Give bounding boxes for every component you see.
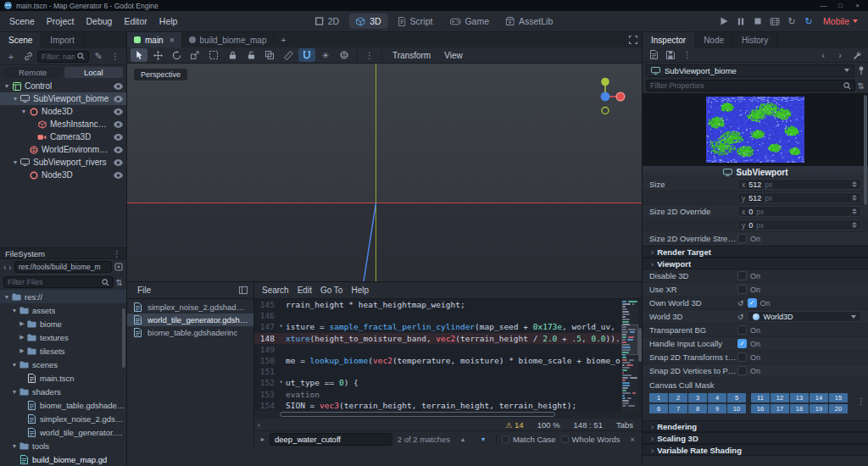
help-menu[interactable]: Help	[347, 284, 373, 297]
fs-item-simplex-noise-2-gdshaderinc[interactable]: simplex_noise_2.gdshaderinc	[0, 412, 126, 425]
perspective-menu[interactable]: Perspective	[134, 69, 187, 80]
fs-item-main-tscn[interactable]: main.tscn	[0, 371, 126, 385]
visibility-eye-icon[interactable]	[114, 121, 123, 128]
open-file-world-tile-generator-gdshader[interactable]: world_tile_generator.gdshader	[127, 313, 253, 326]
size-2d-override-y-field[interactable]: y0px	[737, 219, 861, 230]
visibility-eye-icon[interactable]	[114, 83, 123, 90]
workspace-2d[interactable]: 2D	[309, 14, 346, 29]
section-viewport[interactable]: ›Viewport	[643, 258, 868, 269]
menu-scene[interactable]: Scene	[3, 14, 41, 29]
tab-inspector[interactable]: Inspector	[643, 32, 695, 48]
group-tool[interactable]	[261, 48, 278, 62]
snap-2d-vertices-to-pixel-checkbox[interactable]	[737, 366, 747, 375]
movie-mode-button[interactable]	[767, 14, 782, 28]
world-3d-revert-icon[interactable]: ↺	[737, 313, 744, 321]
open-file-biome-table-gdshaderinc[interactable]: biome_table.gdshaderinc	[127, 326, 253, 339]
cull-mask-layer-13[interactable]: 13	[790, 393, 809, 402]
code-line-150[interactable]: 150me = lookup_biome(vec2(temperature, m…	[254, 355, 642, 366]
search-menu[interactable]: Search	[258, 284, 293, 297]
size-2d-override-stretch-checkbox[interactable]	[737, 234, 747, 243]
scene-tab-main[interactable]: main×	[127, 32, 182, 47]
cull-mask-layer-20[interactable]: 20	[829, 404, 848, 413]
scene-node-camera3d[interactable]: Camera3D	[0, 130, 126, 143]
filter-options-icon[interactable]: ⇅	[858, 81, 865, 91]
cull-mask-layer-4[interactable]: 4	[708, 393, 726, 402]
cull-mask-layer-16[interactable]: 16	[751, 404, 770, 413]
workspace-assetlib[interactable]: AssetLib	[499, 14, 559, 29]
filesystem-menu-icon[interactable]: ⋮	[113, 249, 121, 258]
cull-mask-layer-9[interactable]: 9	[708, 404, 726, 413]
class-category-bar[interactable]: SubViewport	[643, 166, 868, 178]
code-line-151[interactable]: 151	[254, 366, 642, 377]
filter-properties-input[interactable]	[650, 81, 841, 90]
indent-type[interactable]: Tabs	[616, 420, 633, 430]
stepper-icon[interactable]	[852, 208, 857, 214]
visibility-eye-icon[interactable]	[114, 96, 123, 103]
zoom-level[interactable]: 100 %	[537, 420, 560, 430]
view-axis-gizmo[interactable]	[582, 74, 628, 119]
save-icon[interactable]	[663, 48, 678, 62]
scale-tool[interactable]	[186, 48, 203, 62]
scene-node-node3d[interactable]: Node3D	[0, 169, 126, 181]
visibility-eye-icon[interactable]	[114, 159, 123, 166]
inspector-menu-icon[interactable]: ⋮	[680, 48, 695, 62]
ruler-tool[interactable]	[280, 48, 297, 62]
code-editor[interactable]: 145rrain_height * heat_heightmap_weight;…	[254, 299, 642, 411]
code-line-153[interactable]: 153evation	[254, 389, 642, 400]
workspace-script[interactable]: Script	[392, 14, 440, 29]
size-y-field[interactable]: y512px	[737, 192, 861, 203]
visibility-eye-icon[interactable]	[114, 134, 123, 141]
minimize-button[interactable]: —	[817, 2, 830, 9]
attach-script-icon[interactable]: ✎	[91, 50, 106, 64]
stepper-icon[interactable]	[852, 222, 857, 228]
menu-editor[interactable]: Editor	[118, 14, 153, 29]
code-line-148[interactable]: 148xture(height_to_moisture_band, vec2(t…	[254, 333, 642, 344]
rotate-tool[interactable]	[168, 48, 185, 62]
visibility-eye-icon[interactable]	[114, 108, 123, 115]
go-to-menu[interactable]: Go To	[316, 284, 348, 297]
fs-item-tools[interactable]: ▼tools	[0, 439, 126, 452]
play-button[interactable]	[716, 14, 732, 28]
local-button[interactable]: Local	[64, 67, 124, 78]
tab-scene[interactable]: Scene	[0, 32, 42, 48]
match-case-toggle[interactable]: Match Case	[502, 435, 556, 444]
transform-menu[interactable]: Transform	[387, 49, 437, 62]
expand-viewport-icon[interactable]	[629, 36, 637, 44]
workspace-game[interactable]: Game	[442, 14, 496, 29]
cull-mask-layer-17[interactable]: 17	[771, 404, 789, 413]
fs-item-tilesets[interactable]: ▶tilesets	[0, 344, 126, 358]
new-scene-tab-button[interactable]: +	[274, 32, 292, 47]
run-profile-button[interactable]: Mobile	[818, 14, 863, 28]
collapse-icon[interactable]: ▼	[19, 108, 28, 114]
section-scaling-3d[interactable]: ›Scaling 3D	[643, 432, 868, 444]
stepper-icon[interactable]	[852, 181, 857, 187]
cull-mask-layer-3[interactable]: 3	[688, 393, 707, 402]
focus-file-icon[interactable]	[114, 263, 123, 271]
close-tab-icon[interactable]: ×	[170, 36, 175, 45]
menu-help[interactable]: Help	[153, 14, 184, 29]
snap-2d-transforms-to-pixel-checkbox[interactable]	[737, 352, 747, 362]
own-world-3d-checkbox[interactable]: ✓	[748, 298, 757, 308]
inspector-scrollbar[interactable]	[864, 95, 867, 459]
cull-mask-layer-15[interactable]: 15	[829, 393, 848, 402]
scene-filter-input[interactable]	[42, 53, 75, 61]
current-path-field[interactable]: res://tools/build_biome_m	[14, 261, 112, 273]
cull-mask-layer-18[interactable]: 18	[790, 404, 809, 413]
fs-item-world-tile-generator-gdshader[interactable]: world_tile_generator.gdshader	[0, 425, 126, 439]
history-forward-icon[interactable]: ›	[832, 48, 848, 62]
code-line-147[interactable]: 147▾isture = sample_fractal_perlin_cylin…	[254, 321, 642, 332]
collapse-icon[interactable]: ▼	[11, 96, 19, 102]
box-select-tool[interactable]	[205, 48, 222, 62]
cull-mask-layer-10[interactable]: 10	[727, 404, 746, 413]
size-2d-override-x-field[interactable]: x0px	[737, 206, 861, 217]
maximize-button[interactable]: □	[834, 2, 847, 9]
fs-item-biome[interactable]: ▶biome	[0, 317, 126, 330]
pin-icon[interactable]	[858, 66, 865, 75]
object-tools-icon[interactable]	[849, 48, 865, 62]
scene-node-worldenvironment[interactable]: WorldEnvironment	[0, 143, 126, 156]
tab-node[interactable]: Node	[695, 32, 733, 48]
add-node-icon[interactable]: +	[3, 50, 19, 64]
cull-mask-layer-2[interactable]: 2	[669, 393, 687, 402]
code-horizontal-scrollbar[interactable]	[254, 411, 642, 419]
pause-button[interactable]	[733, 14, 748, 28]
